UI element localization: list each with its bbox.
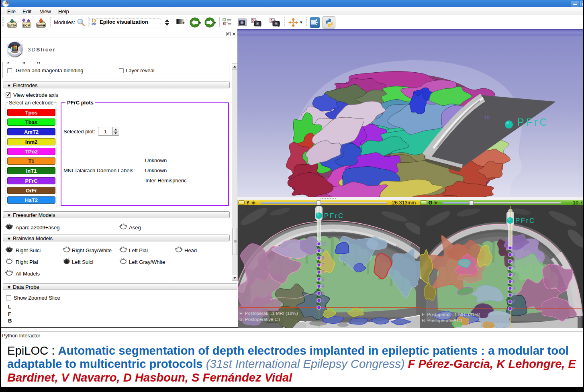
svg-text:10: 10 — [513, 245, 518, 250]
svg-text:9: 9 — [513, 252, 515, 257]
svg-text:2: 2 — [322, 298, 324, 302]
svg-text:PFrC: PFrC — [517, 116, 549, 128]
svg-text:F: Postoperati...1 MRI (18%): F: Postoperati...1 MRI (18%) — [239, 311, 298, 316]
svg-text:7: 7 — [513, 265, 515, 270]
svg-text:8: 8 — [513, 259, 515, 263]
svg-text:5: 5 — [513, 279, 515, 284]
svg-text:10: 10 — [322, 241, 327, 246]
svg-text:1: 1 — [513, 306, 515, 311]
svg-text:SAVE: SAVE — [37, 24, 45, 27]
svg-text:1: 1 — [322, 305, 324, 310]
svg-text:5: 5 — [322, 277, 324, 282]
svg-text:3: 3 — [322, 291, 324, 296]
svg-text:PFrC: PFrC — [515, 217, 535, 225]
svg-text:10: 10 — [484, 115, 490, 120]
svg-text:B: Postoperative CT: B: Postoperative CT — [239, 317, 281, 322]
svg-text:DCM: DCM — [23, 24, 31, 27]
svg-text:7: 7 — [322, 262, 324, 267]
svg-text:DATA: DATA — [8, 24, 16, 27]
svg-text:B: Postoperative CT: B: Postoperative CT — [422, 318, 463, 323]
svg-text:2: 2 — [513, 299, 515, 304]
svg-text:6: 6 — [513, 272, 515, 277]
svg-text:PFrC: PFrC — [324, 212, 344, 220]
svg-text:4: 4 — [513, 286, 515, 290]
svg-text:8: 8 — [322, 255, 324, 260]
svg-text:F: Postoperati...1 MRI (31%): F: Postoperati...1 MRI (31%) — [422, 312, 480, 317]
svg-text:9: 9 — [322, 248, 324, 253]
svg-text:6: 6 — [322, 270, 324, 274]
svg-text:ICM: ICM — [92, 23, 96, 25]
svg-text:4: 4 — [322, 284, 324, 288]
svg-text:3: 3 — [513, 292, 515, 297]
